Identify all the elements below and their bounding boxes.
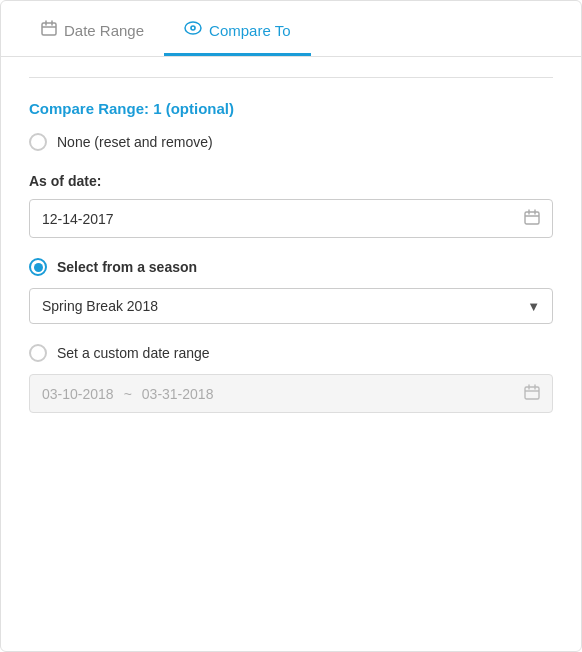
custom-end-date: 03-31-2018 — [142, 386, 214, 402]
season-label: Select from a season — [57, 259, 197, 275]
eye-icon — [184, 21, 202, 39]
none-radio[interactable] — [29, 133, 47, 151]
as-of-date-value: 12-14-2017 — [42, 211, 524, 227]
svg-rect-0 — [42, 23, 56, 35]
as-of-date-label: As of date: — [29, 173, 553, 189]
custom-date-range-wrapper[interactable]: 03-10-2018 ~ 03-31-2018 — [29, 374, 553, 413]
content-area: Compare Range: 1 (optional) None (reset … — [1, 57, 581, 441]
svg-rect-11 — [525, 387, 539, 399]
svg-point-6 — [192, 27, 194, 29]
svg-rect-7 — [525, 212, 539, 224]
section-title: Compare Range: 1 (optional) — [29, 100, 553, 117]
dropdown-arrow-icon: ▼ — [527, 299, 540, 314]
custom-start-date: 03-10-2018 — [42, 386, 114, 402]
season-dropdown[interactable]: Spring Break 2018 ▼ — [29, 288, 553, 324]
custom-range-option[interactable]: Set a custom date range — [29, 344, 553, 362]
custom-range-radio[interactable] — [29, 344, 47, 362]
tab-date-range-label: Date Range — [64, 22, 144, 39]
custom-range-calendar-icon — [524, 384, 540, 403]
none-label: None (reset and remove) — [57, 134, 213, 150]
season-radio[interactable] — [29, 258, 47, 276]
as-of-date-input[interactable]: 12-14-2017 — [29, 199, 553, 238]
panel: Date Range Compare To Compare Range: 1 (… — [0, 0, 582, 652]
tab-date-range[interactable]: Date Range — [21, 2, 164, 57]
tab-compare-to[interactable]: Compare To — [164, 3, 310, 56]
tilde-separator: ~ — [124, 386, 132, 402]
tab-compare-to-label: Compare To — [209, 22, 290, 39]
as-of-date-calendar-icon — [524, 209, 540, 228]
tab-bar: Date Range Compare To — [1, 1, 581, 57]
custom-range-label: Set a custom date range — [57, 345, 210, 361]
none-option[interactable]: None (reset and remove) — [29, 133, 553, 151]
season-option[interactable]: Select from a season — [29, 258, 553, 276]
top-divider — [29, 77, 553, 78]
season-dropdown-value: Spring Break 2018 — [42, 298, 527, 314]
calendar-icon — [41, 20, 57, 40]
